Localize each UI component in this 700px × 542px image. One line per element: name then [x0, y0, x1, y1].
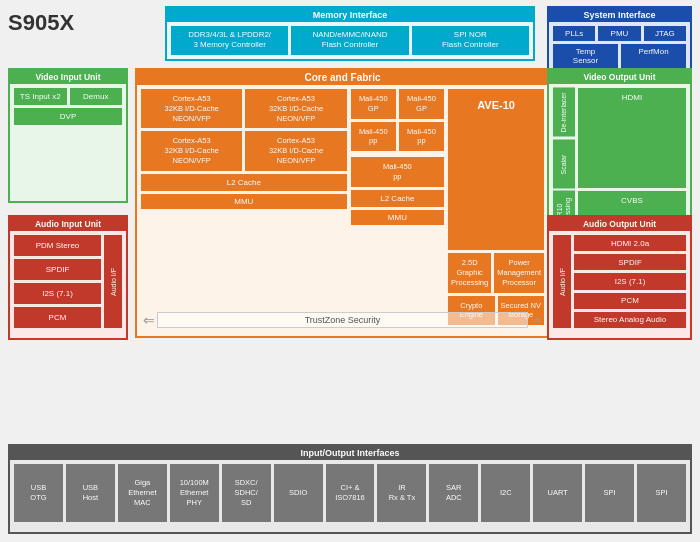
io-inner: USBOTG USBHost GigaEthernetMAC 10/100MEt… — [10, 460, 690, 526]
ao-list: HDMI 2.0a SPDIF I2S (7.1) PCM Stereo Ana… — [574, 235, 686, 328]
io-usb-otg: USBOTG — [14, 464, 63, 522]
ao-hdmi: HDMI 2.0a — [574, 235, 686, 251]
core-fabric-title: Core and Fabric — [137, 70, 548, 85]
memory-blocks: DDR3/4/3L & LPDDR2/3 Memory Controller N… — [167, 22, 533, 59]
sys-row-1: PLLs PMU JTAG — [553, 26, 686, 41]
cpu-3: Cortex-A5332KB I/D-CacheNEON/VFP — [245, 131, 346, 170]
ao-i2s: I2S (7.1) — [574, 273, 686, 289]
vo-hdmi: HDMI — [578, 88, 686, 188]
io-interfaces-title: Input/Output Interfaces — [10, 446, 690, 460]
io-spi-2: SPI — [637, 464, 686, 522]
power-management: PowerManagementProcessor — [494, 253, 544, 292]
audio-input-unit: Audio Input Unit PDM Stereo SPDIF I2S (7… — [8, 215, 128, 340]
vo-scalar: Scalar — [553, 140, 575, 189]
trustzone-container: ⇐ TrustZone Security ⇒ — [141, 312, 544, 328]
io-giga-eth: GigaEthernetMAC — [118, 464, 167, 522]
chip-title: S905X — [8, 10, 74, 36]
gpu-1: Mali-450GP — [399, 89, 444, 119]
ao-vertical-label: Audio I/F — [553, 235, 571, 328]
ai-pdm: PDM Stereo — [14, 235, 101, 256]
ao-spdif: SPDIF — [574, 254, 686, 270]
tz-arrow-right: ⇒ — [530, 312, 542, 328]
gpu-0: Mali-450GP — [351, 89, 396, 119]
audio-output-inner: Audio I/F HDMI 2.0a SPDIF I2S (7.1) PCM … — [549, 231, 690, 332]
mem-block-2: SPI NORFlash Controller — [412, 26, 529, 55]
system-interface: System Interface PLLs PMU JTAG TempSenso… — [547, 6, 692, 77]
io-i2c: I2C — [481, 464, 530, 522]
ai-pcm: PCM — [14, 307, 101, 328]
video-input-title: Video Input Unit — [10, 70, 126, 84]
gpu-section: Mali-450GP Mali-450GP Mali-450pp Mali-45… — [351, 89, 444, 325]
io-uart: UART — [533, 464, 582, 522]
io-spi-1: SPI — [585, 464, 634, 522]
io-sar-adc: SARADC — [429, 464, 478, 522]
sys-temp: TempSensor — [553, 44, 618, 68]
io-interfaces: Input/Output Interfaces USBOTG USBHost G… — [8, 444, 692, 534]
gpu-grid: Mali-450GP Mali-450GP Mali-450pp Mali-45… — [351, 89, 444, 151]
vo-deinterlacer: De-interlacer — [553, 88, 575, 137]
io-sdio: SDIO — [274, 464, 323, 522]
ave-block: AVE-10 — [448, 89, 544, 250]
cpu-mmu: MMU — [141, 194, 347, 209]
ai-spdif: SPDIF — [14, 259, 101, 280]
gpu-mmu: MMU — [351, 210, 444, 225]
core-right: AVE-10 2.5D GraphicProcessing PowerManag… — [448, 89, 544, 325]
core-inner: Cortex-A5332KB I/D-CacheNEON/VFP Cortex-… — [137, 85, 548, 329]
sys-jtag: JTAG — [644, 26, 686, 41]
io-usb-host: USBHost — [66, 464, 115, 522]
mem-block-1: NAND/eMMC/iNANDFlash Controller — [291, 26, 408, 55]
sys-pmu: PMU — [598, 26, 640, 41]
audio-input-inner: PDM Stereo SPDIF I2S (7.1) PCM Audio I/F — [10, 231, 126, 332]
io-eth-phy: 10/100MEthernetPHY — [170, 464, 219, 522]
io-ir: IRRx & Tx — [377, 464, 426, 522]
cpu-2: Cortex-A5332KB I/D-CacheNEON/VFP — [141, 131, 242, 170]
sys-row-2: TempSensor PerfMon — [553, 44, 686, 68]
graphic-processing: 2.5D GraphicProcessing — [448, 253, 491, 292]
main-container: S905X Memory Interface DDR3/4/3L & LPDDR… — [0, 0, 700, 542]
sys-pll: PLLs — [553, 26, 595, 41]
core-right-top: 2.5D GraphicProcessing PowerManagementPr… — [448, 253, 544, 292]
ai-vertical-label: Audio I/F — [104, 235, 122, 328]
ao-pcm: PCM — [574, 293, 686, 309]
vi-row-1: TS Input x2 Demux — [14, 88, 122, 105]
ao-stereo: Stereo Analog Audio — [574, 312, 686, 328]
video-input-inner: TS Input x2 Demux DVP — [10, 84, 126, 129]
memory-interface-title: Memory Interface — [167, 8, 533, 22]
video-output-title: Video Output Unit — [549, 70, 690, 84]
video-input-unit: Video Input Unit TS Input x2 Demux DVP — [8, 68, 128, 203]
memory-interface: Memory Interface DDR3/4/3L & LPDDR2/3 Me… — [165, 6, 535, 61]
cpu-section: Cortex-A5332KB I/D-CacheNEON/VFP Cortex-… — [141, 89, 347, 325]
io-sdxc: SDXC/SDHC/SD — [222, 464, 271, 522]
vi-ts-input: TS Input x2 — [14, 88, 67, 105]
io-ci-plus: CI+ &ISO7816 — [326, 464, 375, 522]
audio-output-unit: Audio Output Unit Audio I/F HDMI 2.0a SP… — [547, 215, 692, 340]
cpu-0: Cortex-A5332KB I/D-CacheNEON/VFP — [141, 89, 242, 128]
gpu-2: Mali-450pp — [351, 122, 396, 152]
system-interface-title: System Interface — [549, 8, 690, 22]
ai-list: PDM Stereo SPDIF I2S (7.1) PCM — [14, 235, 101, 328]
core-fabric: Core and Fabric Cortex-A5332KB I/D-Cache… — [135, 68, 550, 338]
vi-dvp: DVP — [14, 108, 122, 125]
mem-block-0: DDR3/4/3L & LPDDR2/3 Memory Controller — [171, 26, 288, 55]
ai-i2s: I2S (7.1) — [14, 283, 101, 304]
gpu-4: Mali-450pp — [351, 157, 444, 187]
audio-output-title: Audio Output Unit — [549, 217, 690, 231]
tz-arrow-left: ⇐ — [143, 312, 155, 328]
sys-perfmon: PerfMon — [621, 44, 686, 68]
cpu-l2-cache: L2 Cache — [141, 174, 347, 191]
audio-input-title: Audio Input Unit — [10, 217, 126, 231]
trustzone-label: TrustZone Security — [157, 312, 528, 328]
gpu-3: Mali-450pp — [399, 122, 444, 152]
gpu-l2: L2 Cache — [351, 190, 444, 207]
vi-demux: Demux — [70, 88, 123, 105]
cpu-grid: Cortex-A5332KB I/D-CacheNEON/VFP Cortex-… — [141, 89, 347, 171]
cpu-1: Cortex-A5332KB I/D-CacheNEON/VFP — [245, 89, 346, 128]
